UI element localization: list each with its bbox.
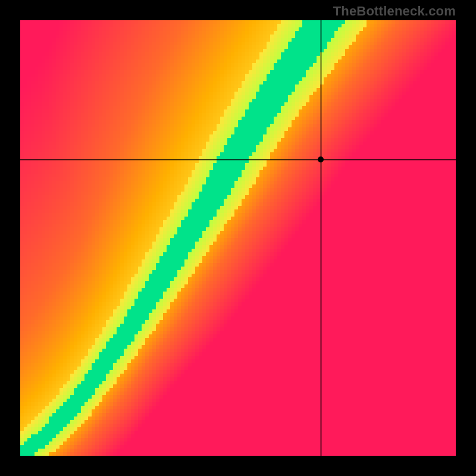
watermark-text: TheBottleneck.com (333, 4, 456, 19)
heatmap-canvas (20, 20, 456, 456)
black-frame: TheBottleneck.com (0, 0, 476, 476)
heatmap-plot (20, 20, 456, 456)
